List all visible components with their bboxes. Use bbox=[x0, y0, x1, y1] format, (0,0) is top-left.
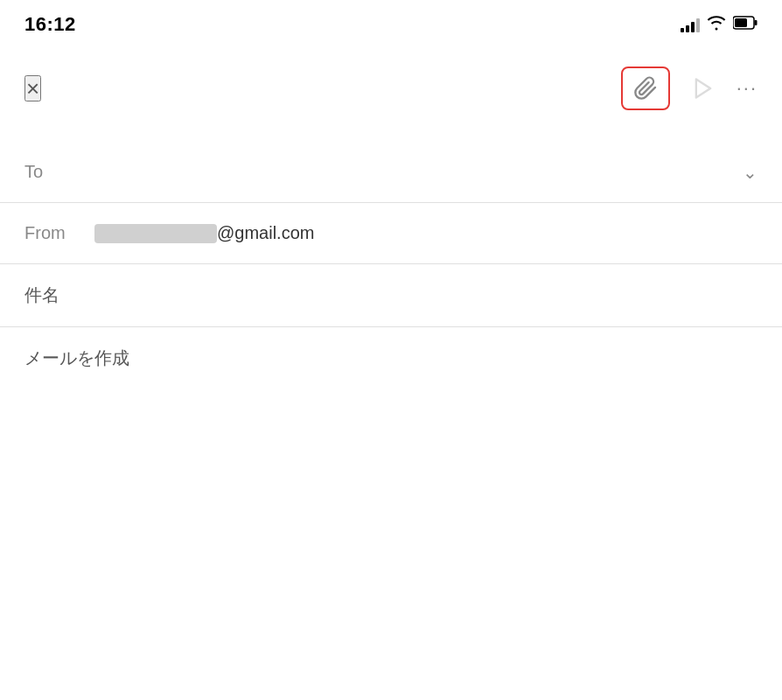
wifi-icon bbox=[707, 15, 726, 34]
svg-marker-3 bbox=[695, 80, 709, 98]
battery-icon bbox=[733, 16, 758, 33]
to-label: To bbox=[24, 162, 94, 182]
subject-input[interactable]: 件名 bbox=[24, 285, 59, 304]
signal-icon bbox=[681, 17, 700, 32]
status-time: 16:12 bbox=[24, 13, 76, 36]
signal-bar-4 bbox=[696, 18, 700, 32]
body-input[interactable]: メールを作成 bbox=[24, 348, 129, 368]
attach-button[interactable] bbox=[621, 66, 670, 110]
toolbar-left: × bbox=[24, 75, 41, 102]
from-redacted-text bbox=[94, 224, 217, 243]
chevron-down-icon: ⌄ bbox=[743, 162, 758, 183]
signal-bar-2 bbox=[686, 25, 689, 32]
close-button[interactable]: × bbox=[24, 75, 41, 102]
from-value: @gmail.com bbox=[94, 223, 758, 244]
send-icon bbox=[691, 76, 716, 101]
compose-form: To ⌄ From @gmail.com 件名 メールを作成 bbox=[0, 142, 782, 432]
toolbar-right: ··· bbox=[621, 66, 758, 110]
to-field-row[interactable]: To ⌄ bbox=[0, 142, 782, 203]
more-button[interactable]: ··· bbox=[737, 77, 758, 100]
signal-bar-1 bbox=[681, 28, 684, 32]
from-domain: @gmail.com bbox=[217, 223, 314, 242]
status-icons bbox=[681, 15, 758, 34]
signal-bar-3 bbox=[691, 22, 695, 32]
svg-rect-1 bbox=[755, 20, 758, 25]
toolbar: × ··· bbox=[0, 52, 782, 124]
send-button[interactable] bbox=[691, 76, 716, 101]
svg-rect-2 bbox=[735, 18, 747, 27]
from-label: From bbox=[24, 223, 94, 243]
from-field-row: From @gmail.com bbox=[0, 203, 782, 264]
status-bar: 16:12 bbox=[0, 0, 782, 44]
paperclip-icon bbox=[633, 76, 658, 101]
subject-field-row[interactable]: 件名 bbox=[0, 264, 782, 327]
body-field-row[interactable]: メールを作成 bbox=[0, 327, 782, 432]
